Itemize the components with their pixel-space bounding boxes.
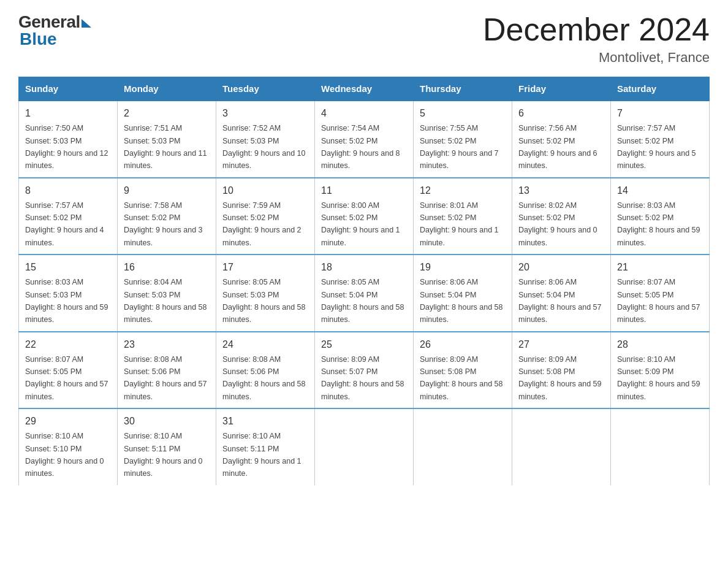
logo-blue-text: Blue bbox=[20, 29, 57, 49]
calendar-cell: 31Sunrise: 8:10 AMSunset: 5:11 PMDayligh… bbox=[216, 408, 315, 485]
day-info: Sunrise: 7:54 AMSunset: 5:02 PMDaylight:… bbox=[321, 124, 400, 170]
calendar-cell: 7Sunrise: 7:57 AMSunset: 5:02 PMDaylight… bbox=[611, 101, 710, 178]
week-row-5: 29Sunrise: 8:10 AMSunset: 5:10 PMDayligh… bbox=[19, 408, 710, 485]
title-section: December 2024 Montolivet, France bbox=[483, 12, 710, 66]
header-wednesday: Wednesday bbox=[315, 77, 414, 101]
calendar-cell: 16Sunrise: 8:04 AMSunset: 5:03 PMDayligh… bbox=[118, 255, 216, 332]
day-number: 29 bbox=[25, 414, 111, 429]
day-info: Sunrise: 8:07 AMSunset: 5:05 PMDaylight:… bbox=[617, 278, 700, 324]
week-row-4: 22Sunrise: 8:07 AMSunset: 5:05 PMDayligh… bbox=[19, 332, 710, 409]
calendar-cell: 11Sunrise: 8:00 AMSunset: 5:02 PMDayligh… bbox=[315, 178, 414, 255]
day-number: 10 bbox=[222, 183, 308, 198]
calendar-cell: 25Sunrise: 8:09 AMSunset: 5:07 PMDayligh… bbox=[315, 332, 414, 409]
day-number: 5 bbox=[420, 106, 506, 121]
day-info: Sunrise: 7:51 AMSunset: 5:03 PMDaylight:… bbox=[124, 124, 207, 170]
calendar-cell bbox=[512, 408, 611, 485]
day-number: 11 bbox=[321, 183, 407, 198]
page-header: General Blue December 2024 Montolivet, F… bbox=[18, 12, 710, 66]
calendar-cell: 14Sunrise: 8:03 AMSunset: 5:02 PMDayligh… bbox=[611, 178, 710, 255]
day-info: Sunrise: 8:08 AMSunset: 5:06 PMDaylight:… bbox=[222, 355, 306, 401]
day-number: 7 bbox=[617, 106, 703, 121]
calendar-cell: 8Sunrise: 7:57 AMSunset: 5:02 PMDaylight… bbox=[19, 178, 118, 255]
month-title: December 2024 bbox=[483, 12, 710, 47]
day-info: Sunrise: 8:05 AMSunset: 5:04 PMDaylight:… bbox=[321, 278, 404, 324]
day-info: Sunrise: 8:03 AMSunset: 5:03 PMDaylight:… bbox=[25, 278, 108, 324]
calendar-cell: 1Sunrise: 7:50 AMSunset: 5:03 PMDaylight… bbox=[19, 101, 118, 178]
calendar-cell: 27Sunrise: 8:09 AMSunset: 5:08 PMDayligh… bbox=[512, 332, 611, 409]
week-row-1: 1Sunrise: 7:50 AMSunset: 5:03 PMDaylight… bbox=[19, 101, 710, 178]
day-info: Sunrise: 8:02 AMSunset: 5:02 PMDaylight:… bbox=[518, 201, 597, 247]
location-subtitle: Montolivet, France bbox=[483, 50, 710, 66]
day-number: 18 bbox=[321, 260, 407, 275]
day-info: Sunrise: 8:04 AMSunset: 5:03 PMDaylight:… bbox=[124, 278, 207, 324]
day-number: 3 bbox=[222, 106, 308, 121]
calendar-cell: 17Sunrise: 8:05 AMSunset: 5:03 PMDayligh… bbox=[216, 255, 315, 332]
logo: General Blue bbox=[18, 12, 91, 49]
week-row-3: 15Sunrise: 8:03 AMSunset: 5:03 PMDayligh… bbox=[19, 255, 710, 332]
calendar-cell bbox=[315, 408, 414, 485]
day-number: 17 bbox=[222, 260, 308, 275]
calendar-cell bbox=[414, 408, 512, 485]
day-info: Sunrise: 7:59 AMSunset: 5:02 PMDaylight:… bbox=[222, 201, 301, 247]
day-info: Sunrise: 8:10 AMSunset: 5:11 PMDaylight:… bbox=[124, 432, 203, 478]
day-info: Sunrise: 7:58 AMSunset: 5:02 PMDaylight:… bbox=[124, 201, 203, 247]
day-info: Sunrise: 7:57 AMSunset: 5:02 PMDaylight:… bbox=[25, 201, 104, 247]
day-number: 23 bbox=[124, 337, 210, 352]
calendar-cell: 15Sunrise: 8:03 AMSunset: 5:03 PMDayligh… bbox=[19, 255, 118, 332]
day-info: Sunrise: 8:01 AMSunset: 5:02 PMDaylight:… bbox=[420, 201, 499, 247]
day-number: 19 bbox=[420, 260, 506, 275]
day-info: Sunrise: 8:09 AMSunset: 5:08 PMDaylight:… bbox=[420, 355, 503, 401]
day-info: Sunrise: 8:09 AMSunset: 5:08 PMDaylight:… bbox=[518, 355, 602, 401]
calendar-cell: 5Sunrise: 7:55 AMSunset: 5:02 PMDaylight… bbox=[414, 101, 512, 178]
day-info: Sunrise: 8:03 AMSunset: 5:02 PMDaylight:… bbox=[617, 201, 700, 247]
calendar-cell: 10Sunrise: 7:59 AMSunset: 5:02 PMDayligh… bbox=[216, 178, 315, 255]
calendar-cell: 29Sunrise: 8:10 AMSunset: 5:10 PMDayligh… bbox=[19, 408, 118, 485]
calendar-cell: 13Sunrise: 8:02 AMSunset: 5:02 PMDayligh… bbox=[512, 178, 611, 255]
calendar-cell: 24Sunrise: 8:08 AMSunset: 5:06 PMDayligh… bbox=[216, 332, 315, 409]
day-number: 25 bbox=[321, 337, 407, 352]
day-number: 31 bbox=[222, 414, 308, 429]
header-friday: Friday bbox=[512, 77, 611, 101]
day-number: 24 bbox=[222, 337, 308, 352]
header-tuesday: Tuesday bbox=[216, 77, 315, 101]
day-info: Sunrise: 7:56 AMSunset: 5:02 PMDaylight:… bbox=[518, 124, 597, 170]
calendar-cell: 28Sunrise: 8:10 AMSunset: 5:09 PMDayligh… bbox=[611, 332, 710, 409]
header-monday: Monday bbox=[118, 77, 216, 101]
calendar-cell: 3Sunrise: 7:52 AMSunset: 5:03 PMDaylight… bbox=[216, 101, 315, 178]
day-number: 4 bbox=[321, 106, 407, 121]
day-number: 14 bbox=[617, 183, 703, 198]
calendar-cell bbox=[611, 408, 710, 485]
day-info: Sunrise: 7:55 AMSunset: 5:02 PMDaylight:… bbox=[420, 124, 499, 170]
calendar-cell: 4Sunrise: 7:54 AMSunset: 5:02 PMDaylight… bbox=[315, 101, 414, 178]
day-number: 9 bbox=[124, 183, 210, 198]
day-info: Sunrise: 8:00 AMSunset: 5:02 PMDaylight:… bbox=[321, 201, 400, 247]
calendar-cell: 6Sunrise: 7:56 AMSunset: 5:02 PMDaylight… bbox=[512, 101, 611, 178]
day-info: Sunrise: 8:10 AMSunset: 5:11 PMDaylight:… bbox=[222, 432, 301, 478]
day-number: 26 bbox=[420, 337, 506, 352]
day-info: Sunrise: 8:06 AMSunset: 5:04 PMDaylight:… bbox=[518, 278, 602, 324]
header-thursday: Thursday bbox=[414, 77, 512, 101]
calendar-cell: 19Sunrise: 8:06 AMSunset: 5:04 PMDayligh… bbox=[414, 255, 512, 332]
day-info: Sunrise: 8:06 AMSunset: 5:04 PMDaylight:… bbox=[420, 278, 503, 324]
day-number: 22 bbox=[25, 337, 111, 352]
calendar-cell: 26Sunrise: 8:09 AMSunset: 5:08 PMDayligh… bbox=[414, 332, 512, 409]
day-info: Sunrise: 8:10 AMSunset: 5:09 PMDaylight:… bbox=[617, 355, 700, 401]
day-number: 12 bbox=[420, 183, 506, 198]
calendar-cell: 12Sunrise: 8:01 AMSunset: 5:02 PMDayligh… bbox=[414, 178, 512, 255]
calendar-cell: 18Sunrise: 8:05 AMSunset: 5:04 PMDayligh… bbox=[315, 255, 414, 332]
day-number: 15 bbox=[25, 260, 111, 275]
day-number: 20 bbox=[518, 260, 604, 275]
day-info: Sunrise: 7:50 AMSunset: 5:03 PMDaylight:… bbox=[25, 124, 108, 170]
day-number: 30 bbox=[124, 414, 210, 429]
day-number: 8 bbox=[25, 183, 111, 198]
day-number: 6 bbox=[518, 106, 604, 121]
calendar-table: SundayMondayTuesdayWednesdayThursdayFrid… bbox=[18, 77, 710, 485]
day-number: 2 bbox=[124, 106, 210, 121]
calendar-cell: 2Sunrise: 7:51 AMSunset: 5:03 PMDaylight… bbox=[118, 101, 216, 178]
logo-arrow-icon bbox=[82, 19, 91, 28]
calendar-cell: 21Sunrise: 8:07 AMSunset: 5:05 PMDayligh… bbox=[611, 255, 710, 332]
header-saturday: Saturday bbox=[611, 77, 710, 101]
day-info: Sunrise: 8:07 AMSunset: 5:05 PMDaylight:… bbox=[25, 355, 108, 401]
header-sunday: Sunday bbox=[19, 77, 118, 101]
calendar-cell: 9Sunrise: 7:58 AMSunset: 5:02 PMDaylight… bbox=[118, 178, 216, 255]
